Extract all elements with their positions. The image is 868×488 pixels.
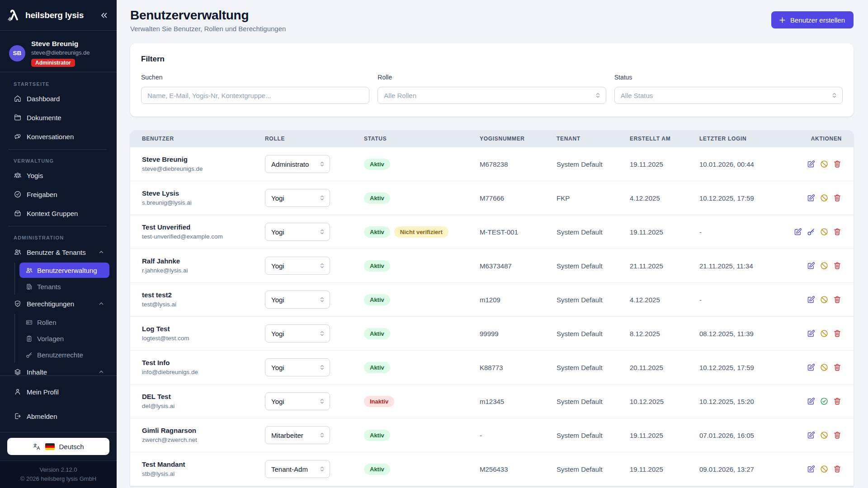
edit-user-button[interactable]: [807, 397, 816, 406]
last-login-cell: 10.12.2025, 15:20: [688, 398, 766, 405]
edit-user-button[interactable]: [807, 465, 816, 474]
deactivate-user-button[interactable]: [820, 261, 829, 270]
deactivate-user-button[interactable]: [820, 193, 829, 202]
sidebar-item-rollen[interactable]: Rollen: [19, 314, 109, 330]
status-cell: Aktiv: [352, 294, 468, 305]
delete-user-button[interactable]: [833, 261, 842, 270]
role-select[interactable]: Yogi: [265, 291, 330, 309]
sidebar-item-freigaben[interactable]: Freigaben: [5, 185, 109, 203]
role-cell: Yogi: [253, 324, 352, 343]
role-select[interactable]: Yogi: [265, 392, 330, 410]
search-input[interactable]: [141, 87, 369, 104]
delete-user-button[interactable]: [833, 363, 842, 372]
last-login-cell: 08.12.2025, 11:39: [688, 330, 766, 338]
role-select[interactable]: Yogi: [265, 358, 330, 376]
deactivate-user-button[interactable]: [820, 431, 829, 440]
role-select[interactable]: Yogi: [265, 257, 330, 275]
edit-user-button[interactable]: [807, 193, 816, 202]
sidebar-item-benutzerrechte[interactable]: Benutzerrechte: [19, 347, 109, 363]
deactivate-user-button[interactable]: [820, 465, 829, 474]
deactivate-user-button[interactable]: [820, 227, 829, 236]
edit-user-button[interactable]: [793, 227, 802, 236]
yogisnummer-cell: M77666: [468, 194, 545, 202]
status-cell: Aktiv: [352, 430, 468, 441]
delete-user-button[interactable]: [833, 160, 842, 169]
last-login-cell: 10.01.2026, 00:44: [688, 160, 766, 168]
sidebar-item-abmelden[interactable]: Abmelden: [5, 407, 111, 425]
sidebar-item-benutzer-tenants[interactable]: Benutzer & Tenants: [5, 243, 109, 261]
delete-icon: [833, 193, 842, 202]
delete-user-button[interactable]: [833, 295, 842, 304]
sidebar-item-dokumente[interactable]: Dokumente: [5, 108, 109, 127]
edit-user-button[interactable]: [807, 329, 816, 338]
role-filter-select[interactable]: Alle Rollen: [377, 87, 606, 104]
sidebar-item-dashboard[interactable]: Dashboard: [5, 89, 109, 108]
status-filter-select[interactable]: Alle Status: [614, 87, 843, 104]
ban-icon: [820, 261, 829, 270]
nav-divider: [8, 226, 107, 226]
role-select[interactable]: Tenant-Adm: [265, 460, 330, 478]
delete-user-button[interactable]: [833, 465, 842, 474]
created-cell: 19.11.2025: [618, 228, 688, 236]
sidebar-item-mein-profil[interactable]: Mein Profil: [5, 383, 111, 401]
sidebar-item-yogis[interactable]: Yogis: [5, 166, 109, 184]
sidebar-item-benutzerverwaltung[interactable]: Benutzerverwaltung: [19, 263, 109, 278]
edit-user-button[interactable]: [807, 363, 816, 372]
tenant-cell: System Default: [545, 228, 618, 236]
delete-user-button[interactable]: [833, 397, 842, 406]
yogisnummer-cell: -: [468, 432, 545, 439]
sidebar-item-inhalte[interactable]: Inhalte: [5, 363, 109, 376]
app-version: Version 2.12.0: [0, 465, 117, 474]
delete-user-button[interactable]: [833, 227, 842, 236]
sidebar-item-vorlagen[interactable]: Vorlagen: [19, 330, 109, 347]
edit-user-button[interactable]: [807, 261, 816, 270]
delete-icon: [833, 465, 842, 474]
column-header-status: STATUS: [352, 136, 468, 142]
table-row: Ralf Jahnker.jahnke@lysis.aiYogiAktivM63…: [130, 249, 854, 283]
role-select[interactable]: Administrato: [265, 155, 330, 173]
delete-icon: [833, 329, 842, 338]
edit-user-button[interactable]: [807, 431, 816, 440]
created-cell: 20.11.2025: [618, 364, 688, 371]
last-login-cell: 10.12.2025, 17:59: [688, 194, 766, 202]
language-switcher-button[interactable]: Deutsch: [7, 438, 109, 455]
status-badge: Inaktiv: [364, 396, 394, 407]
sidebar-item-tenants[interactable]: Tenants: [19, 278, 109, 295]
building-icon: [25, 283, 33, 291]
status-cell: Aktiv: [352, 260, 468, 272]
role-select[interactable]: Yogi: [265, 324, 330, 343]
edit-user-button[interactable]: [807, 295, 816, 304]
reset-password-button[interactable]: [807, 227, 816, 236]
profile-email: steve@diebreunigs.de: [31, 49, 90, 56]
delete-user-button[interactable]: [833, 193, 842, 202]
deactivate-user-button[interactable]: [820, 329, 829, 338]
role-select[interactable]: Mitarbeiter: [265, 426, 330, 444]
delete-user-button[interactable]: [833, 329, 842, 338]
column-header-yogisnummer: YOGISNUMMER: [468, 136, 545, 142]
deactivate-user-button[interactable]: [820, 363, 829, 372]
deactivate-user-button[interactable]: [820, 160, 829, 169]
edit-user-button[interactable]: [807, 160, 816, 169]
activate-user-button[interactable]: [820, 397, 829, 406]
sidebar-collapse-button[interactable]: [98, 9, 110, 22]
sidebar-item-berechtigungen[interactable]: Berechtigungen: [5, 295, 109, 313]
yogisnummer-cell: m1209: [468, 296, 545, 304]
yogisnummer-cell: M6373487: [468, 262, 545, 270]
created-cell: 19.11.2025: [618, 160, 688, 168]
brand-name: heilsberg lysis: [25, 10, 98, 20]
chevron-up-icon: [98, 300, 105, 307]
role-select[interactable]: Yogi: [265, 223, 330, 241]
create-user-button[interactable]: Benutzer erstellen: [771, 11, 854, 28]
select-updown-icon: [318, 296, 326, 304]
delete-user-button[interactable]: [833, 431, 842, 440]
status-cell: Aktiv: [352, 362, 468, 373]
edit-icon: [807, 329, 816, 338]
table-row: Log Testlogtest@test.comYogiAktiv99999Sy…: [130, 317, 854, 351]
sidebar-footer: Version 2.12.0 © 2026 heilsberg lysis Gm…: [0, 460, 117, 488]
role-select[interactable]: Yogi: [265, 189, 330, 207]
actions-cell: [766, 261, 854, 270]
select-updown-icon: [318, 465, 326, 473]
sidebar-item-konversationen[interactable]: Konversationen: [5, 127, 109, 145]
sidebar-item-kontext-gruppen[interactable]: Kontext Gruppen: [5, 204, 109, 222]
deactivate-user-button[interactable]: [820, 295, 829, 304]
